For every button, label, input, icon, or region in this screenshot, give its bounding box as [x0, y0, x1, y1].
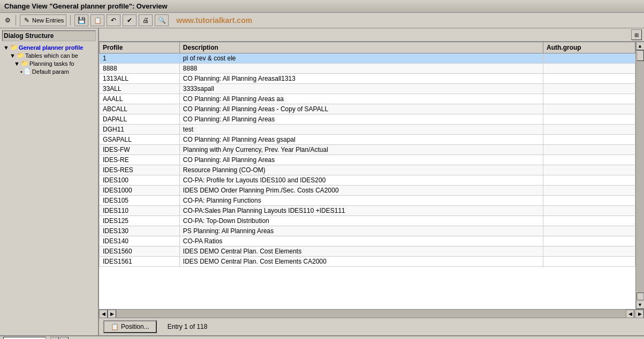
- cell-auth-group: [543, 246, 635, 257]
- scroll-track[interactable]: [636, 61, 644, 292]
- cell-description: 3333sapall: [179, 84, 543, 94]
- undo-icon: ↶: [109, 16, 118, 25]
- table-row[interactable]: IDES105CO-PA: Planning Functions: [100, 196, 635, 206]
- planning-tasks-label: Planning tasks fo: [29, 60, 74, 67]
- expand-icon-planning: ▼: [14, 60, 20, 67]
- tree-item-general-planner[interactable]: ▼ 📁 General planner profile: [2, 43, 96, 51]
- cell-profile: IDES105: [100, 196, 180, 206]
- cell-description: CO-PA Ratios: [179, 236, 543, 246]
- main-layout: Dialog Structure ▼ 📁 General planner pro…: [0, 28, 644, 335]
- cell-profile: IDES-FW: [100, 145, 180, 155]
- page-right-button[interactable]: ▶: [635, 310, 644, 318]
- check-button[interactable]: ✔: [123, 14, 137, 26]
- cell-profile: IDES100: [100, 175, 180, 186]
- cell-profile: IDES1560: [100, 246, 180, 257]
- table-row[interactable]: GSAPALLCO Planning: All Planning Areas g…: [100, 135, 635, 145]
- table-row[interactable]: AAALLCO Planning: All Planning Areas aa: [100, 94, 635, 104]
- table-row[interactable]: 1pl of rev & cost ele: [100, 53, 635, 64]
- separator-2: [70, 15, 71, 26]
- page-title: Change View "General planner profile": O…: [4, 2, 168, 10]
- table-row[interactable]: IDES-RECO Planning: All Planning Areas: [100, 155, 635, 165]
- save-button[interactable]: 💾: [74, 14, 88, 26]
- nav-left-button[interactable]: ◀: [50, 337, 59, 339]
- expand-icon-general: ▼: [3, 44, 9, 51]
- tree-item-tables-which[interactable]: ▼ 📁 Tables which can be: [2, 51, 96, 59]
- scroll-up-button[interactable]: ▲: [636, 42, 645, 50]
- horizontal-scrollbar[interactable]: ◀ ▶ ◀ ▶: [99, 309, 644, 318]
- separator-1: [16, 15, 16, 26]
- table-scroll-area[interactable]: Profile Description Auth.group 1pl of re…: [99, 42, 635, 309]
- table-row[interactable]: IDES130PS Planning: All Planning Areas: [100, 226, 635, 236]
- table-row[interactable]: IDES140CO-PA Ratios: [100, 236, 635, 246]
- cell-description: CO Planning: All Planning Areas: [179, 114, 543, 125]
- print-button[interactable]: 🖨: [139, 14, 153, 26]
- scroll-left-button[interactable]: ◀: [99, 310, 108, 318]
- table-row[interactable]: DAPALLCO Planning: All Planning Areas: [100, 114, 635, 125]
- cell-auth-group: [543, 206, 635, 216]
- new-entries-button[interactable]: ✎ New Entries: [20, 14, 66, 26]
- table-row[interactable]: 33ALL3333sapall: [100, 84, 635, 94]
- config-icon[interactable]: ⊞: [631, 29, 642, 40]
- table-row[interactable]: ABCALLCO Planning: All Planning Areas - …: [100, 104, 635, 114]
- tables-which-label: Tables which can be: [25, 52, 78, 59]
- general-planner-label: General planner profile: [19, 44, 83, 51]
- cell-profile: 1313ALL: [100, 74, 180, 84]
- table-row[interactable]: 1313ALLCO Planning: All Planning Areasal…: [100, 74, 635, 84]
- table-row[interactable]: 88888888: [100, 64, 635, 74]
- cell-profile: DAPALL: [100, 114, 180, 125]
- table-row[interactable]: DGH11test: [100, 125, 635, 135]
- cell-description: CO-PA: Top-Down Distribution: [179, 216, 543, 226]
- cell-profile: IDES140: [100, 236, 180, 246]
- default-param-label: Default param: [32, 68, 69, 75]
- cell-description: CO-PA: Planning Functions: [179, 196, 543, 206]
- undo-button[interactable]: ↶: [107, 14, 120, 26]
- table-row[interactable]: IDES125CO-PA: Top-Down Distribution: [100, 216, 635, 226]
- table-row[interactable]: IDES1561IDES DEMO Central Plan. Cost Ele…: [100, 257, 635, 267]
- table-row[interactable]: IDES1560IDES DEMO Central Plan. Cost Ele…: [100, 246, 635, 257]
- cell-description: CO Planning: All Planning Areas: [179, 155, 543, 165]
- dialog-structure-title: Dialog Structure: [2, 30, 96, 41]
- bottom-bar: 📋 Position... Entry 1 of 118: [99, 318, 644, 335]
- tree-item-planning-tasks[interactable]: ▼ 📁 Planning tasks fo: [2, 59, 96, 67]
- cell-description: IDES DEMO Central Plan. Cost Elements: [179, 246, 543, 257]
- nav-right-button[interactable]: ▶: [60, 337, 69, 339]
- expand-icon-tables: ▼: [10, 52, 16, 59]
- cell-auth-group: [543, 74, 635, 84]
- table-row[interactable]: IDES1000IDES DEMO Order Planning Prim./S…: [100, 186, 635, 196]
- page-left-button[interactable]: ◀: [626, 310, 634, 318]
- scroll-down-button[interactable]: ▼: [636, 301, 645, 309]
- cell-profile: DGH11: [100, 125, 180, 135]
- cell-profile: 8888: [100, 64, 180, 74]
- print-icon: 🖨: [141, 16, 150, 25]
- find-icon: 🔍: [157, 16, 166, 25]
- table-row[interactable]: IDES110CO-PA:Sales Plan Planning Layouts…: [100, 206, 635, 216]
- cell-auth-group: [543, 145, 635, 155]
- tree-item-default-param[interactable]: • 📄 Default param: [2, 67, 96, 75]
- cell-profile: IDES1000: [100, 186, 180, 196]
- horiz-scroll-track[interactable]: [116, 310, 626, 318]
- scroll-thumb[interactable]: [637, 50, 644, 61]
- cell-auth-group: [543, 84, 635, 94]
- position-label: Position...: [121, 323, 149, 330]
- cell-profile: IDES-RES: [100, 165, 180, 175]
- cell-description: pl of rev & cost ele: [179, 53, 543, 64]
- scroll-checkbox[interactable]: [637, 292, 644, 300]
- cell-profile: IDES125: [100, 216, 180, 226]
- position-button[interactable]: 📋 Position...: [103, 320, 157, 333]
- find-button[interactable]: 🔍: [155, 14, 169, 26]
- table-row[interactable]: IDES-FWPlanning with Any Currency, Prev.…: [100, 145, 635, 155]
- save-icon: 💾: [77, 16, 86, 25]
- folder-icon-planning: 📁: [21, 60, 28, 67]
- cell-description: test: [179, 125, 543, 135]
- copy-button[interactable]: 📋: [90, 14, 104, 26]
- cell-profile: GSAPALL: [100, 135, 180, 145]
- table-row[interactable]: IDES100CO-PA: Profile for Layouts IDES10…: [100, 175, 635, 186]
- cell-description: Planning with Any Currency, Prev. Year P…: [179, 145, 543, 155]
- scroll-right-button[interactable]: ▶: [108, 310, 116, 318]
- vertical-scrollbar[interactable]: ▲ ▼: [635, 42, 644, 309]
- cell-auth-group: [543, 257, 635, 267]
- table-row[interactable]: IDES-RESResource Planning (CO-OM): [100, 165, 635, 175]
- cell-auth-group: [543, 114, 635, 125]
- status-bar: ◀ ▶: [0, 335, 644, 339]
- folder-icon-default: 📄: [24, 68, 31, 75]
